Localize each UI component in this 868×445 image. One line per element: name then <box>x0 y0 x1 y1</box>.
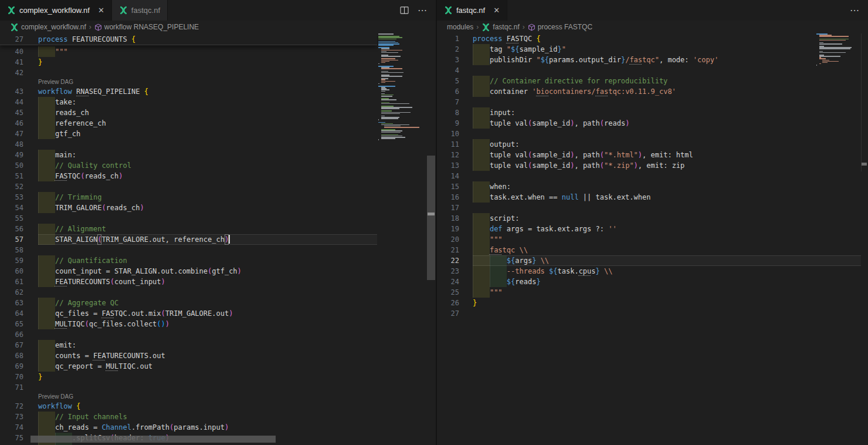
code-line-3[interactable]: 3publishDir "${params.output_dir}/fastqc… <box>437 55 861 65</box>
tab-complex_workflow.nf[interactable]: complex_workflow.nf✕ <box>0 0 112 21</box>
minimap-line <box>819 43 843 45</box>
indent-guide <box>38 107 55 118</box>
code-line-4[interactable]: 4 <box>437 65 861 76</box>
tab-fastqc.nf[interactable]: fastqc.nf✕ <box>437 0 507 21</box>
line-number: 64 <box>0 308 23 319</box>
breadcrumb-item-modules[interactable]: modules <box>447 23 473 31</box>
code-line-66[interactable]: 66 <box>0 329 377 340</box>
code-line-58[interactable]: 58 <box>0 245 377 255</box>
code-line-42[interactable]: 42 <box>0 68 377 78</box>
code-line-46[interactable]: 46reference_ch <box>0 118 377 129</box>
close-tab-icon[interactable]: ✕ <box>98 6 104 14</box>
code-line-25[interactable]: 25""" <box>437 287 861 298</box>
code-line-71[interactable]: 71 <box>0 382 377 393</box>
codelens-preview-dag[interactable]: Preview DAG <box>38 78 73 86</box>
code-line-21[interactable]: 21fastqc \\ <box>437 245 861 255</box>
editor-group-divider[interactable] <box>436 0 437 445</box>
code-line-62[interactable]: 62 <box>0 287 377 298</box>
code-line-19[interactable]: 19def args = task.ext.args ?: '' <box>437 224 861 234</box>
vertical-scrollbar[interactable] <box>427 156 435 280</box>
code-line-44[interactable]: 44take: <box>0 97 377 107</box>
minimap-line <box>819 40 846 41</box>
code-line-54[interactable]: 54TRIM_GALORE(reads_ch) <box>0 203 377 213</box>
code-line-17[interactable]: 17 <box>437 203 861 213</box>
code-line-52[interactable]: 52 <box>0 181 377 192</box>
indent-guide <box>38 298 55 308</box>
code-line-65[interactable]: 65MULTIQC(qc_files.collect()) <box>0 319 377 329</box>
split-editor-button[interactable] <box>400 6 409 14</box>
code-line-59[interactable]: 59// Quantification <box>0 255 377 266</box>
code-line-64[interactable]: 64qc_files = FASTQC.out.mix(TRIM_GALORE.… <box>0 308 377 319</box>
code-line-60[interactable]: 60count_input = STAR_ALIGN.out.combine(g… <box>0 266 377 277</box>
horizontal-scrollbar[interactable] <box>30 436 276 443</box>
indent-guide <box>38 422 55 433</box>
code-token: null <box>562 192 579 203</box>
code-line-50[interactable]: 50// Quality control <box>0 160 377 171</box>
code-line-27[interactable]: 27process FEATURECOUNTS { <box>0 34 377 45</box>
more-actions-icon[interactable]: ⋯ <box>850 5 860 16</box>
editor-left[interactable]: 40"""41}42Preview DAG43workflow RNASEQ_P… <box>0 33 436 445</box>
code-line-15[interactable]: 15when: <box>437 181 861 192</box>
breadcrumb-item-process-fastqc[interactable]: process FASTQC <box>528 23 592 31</box>
breadcrumb-item-complex_workflow.nf[interactable]: complex_workflow.nf <box>10 23 86 32</box>
code-line-57[interactable]: 57STAR_ALIGN(TRIM_GALORE.out, reference_… <box>0 234 377 245</box>
code-line-40[interactable]: 40""" <box>0 46 377 57</box>
code-line-72[interactable]: 72workflow { <box>0 401 377 412</box>
code-line-45[interactable]: 45reads_ch <box>0 107 377 118</box>
code-line-18[interactable]: 18script: <box>437 213 861 224</box>
minimap-left[interactable] <box>378 33 427 151</box>
code-line-23[interactable]: 23--threads ${task.cpus} \\ <box>437 266 861 277</box>
tab-fastqc.nf[interactable]: fastqc.nf <box>112 0 168 21</box>
code-line-20[interactable]: 20""" <box>437 234 861 245</box>
editor-right[interactable]: 1process FASTQC {2tag "${sample_id}"3pub… <box>437 33 868 445</box>
close-tab-icon[interactable]: ✕ <box>493 6 500 14</box>
code-line-48[interactable]: 48 <box>0 139 377 150</box>
code-token: params.output_dir <box>549 55 621 65</box>
code-line-56[interactable]: 56// Alignment <box>0 224 377 234</box>
code-line-7[interactable]: 7 <box>437 97 861 107</box>
minimap-right[interactable] <box>816 33 852 70</box>
code-line-6[interactable]: 6container 'biocontainers/fastqc:v0.11.9… <box>437 86 861 97</box>
codelens-preview-dag[interactable]: Preview DAG <box>38 393 73 401</box>
code-line-5[interactable]: 5// Container directive for reproducibil… <box>437 76 861 86</box>
line-number: 10 <box>437 129 459 139</box>
code-line-43[interactable]: 43workflow RNASEQ_PIPELINE { <box>0 86 377 97</box>
code-line-27[interactable]: 27 <box>437 308 861 319</box>
breadcrumb-item-workflow-rnaseq_pipeline[interactable]: workflow RNASEQ_PIPELINE <box>94 23 199 31</box>
code-line-73[interactable]: 73// Input channels <box>0 412 377 422</box>
code-line-53[interactable]: 53// Trimming <box>0 192 377 203</box>
code-line-74[interactable]: 74ch_reads = Channel.fromPath(params.inp… <box>0 422 377 433</box>
minimap-line <box>381 76 402 77</box>
sticky-scroll-line[interactable]: 27process FEATURECOUNTS { <box>0 33 377 45</box>
code-line-16[interactable]: 16task.ext.when == null || task.ext.when <box>437 192 861 203</box>
code-line-22[interactable]: 22${args} \\ <box>437 255 861 266</box>
code-line-9[interactable]: 9tuple val(sample_id), path(reads) <box>437 118 861 129</box>
more-actions-icon[interactable]: ⋯ <box>418 5 428 16</box>
code-line-51[interactable]: 51FASTQC(reads_ch) <box>0 171 377 181</box>
code-line-67[interactable]: 67emit: <box>0 340 377 350</box>
code-line-12[interactable]: 12tuple val(sample_id), path("*.html"), … <box>437 150 861 160</box>
code-line-41[interactable]: 41} <box>0 57 377 68</box>
code-line-24[interactable]: 24${reads} <box>437 277 861 287</box>
code-line-14[interactable]: 14 <box>437 171 861 181</box>
code-line-2[interactable]: 2tag "${sample_id}" <box>437 44 861 55</box>
code-line-47[interactable]: 47gtf_ch <box>0 129 377 139</box>
minimap-line <box>378 39 396 40</box>
code-line-69[interactable]: 69qc_report = MULTIQC.out <box>0 361 377 372</box>
code-line-63[interactable]: 63// Aggregate QC <box>0 298 377 308</box>
code-line-26[interactable]: 26} <box>437 298 861 308</box>
code-line-10[interactable]: 10 <box>437 129 861 139</box>
code-line-61[interactable]: 61FEATURECOUNTS(count_input) <box>0 277 377 287</box>
code-line-13[interactable]: 13tuple val(sample_id), path("*.zip"), e… <box>437 160 861 171</box>
code-line-11[interactable]: 11output: <box>437 139 861 150</box>
code-token: } <box>621 55 625 65</box>
split-editor-icon[interactable] <box>400 6 409 14</box>
code-line-70[interactable]: 70} <box>0 372 377 382</box>
breadcrumb-item-fastqc.nf[interactable]: fastqc.nf <box>482 23 519 32</box>
code-line-8[interactable]: 8input: <box>437 107 861 118</box>
code-line-1[interactable]: 1process FASTQC { <box>437 33 861 44</box>
code-token: ${ <box>507 277 515 287</box>
code-line-55[interactable]: 55 <box>0 213 377 224</box>
code-line-49[interactable]: 49main: <box>0 150 377 160</box>
code-line-68[interactable]: 68counts = FEATURECOUNTS.out <box>0 350 377 361</box>
